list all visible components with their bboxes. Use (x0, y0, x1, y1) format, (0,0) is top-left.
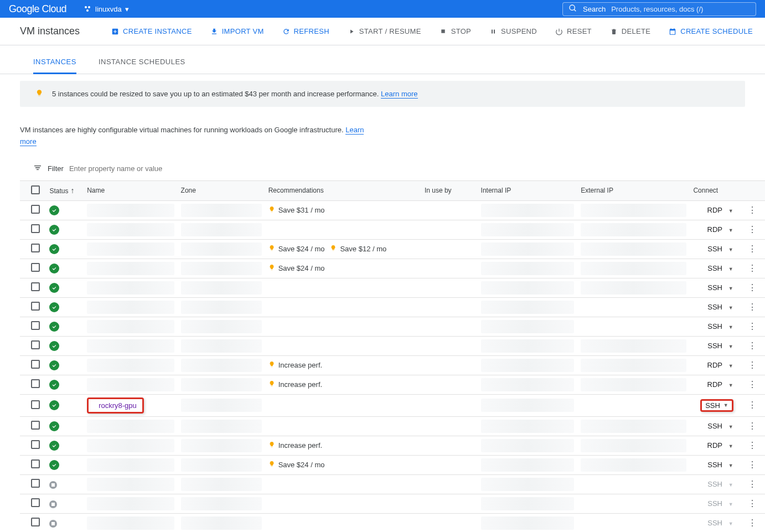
more-actions-button[interactable]: ⋮ (748, 479, 757, 489)
more-actions-button[interactable]: ⋮ (748, 460, 757, 469)
connect-button[interactable]: RDP (707, 206, 722, 214)
row-checkbox[interactable] (31, 421, 40, 430)
stop-button[interactable]: STOP (439, 27, 471, 36)
redacted-internal-ip (481, 478, 575, 491)
col-name[interactable]: Name (84, 180, 177, 200)
connect-button[interactable]: SSH (705, 401, 720, 410)
more-actions-button[interactable]: ⋮ (748, 244, 757, 254)
reset-button[interactable]: RESET (555, 27, 592, 36)
chevron-down-icon[interactable]: ▼ (723, 402, 728, 408)
more-actions-button[interactable]: ⋮ (748, 518, 757, 528)
connect-button[interactable]: SSH (707, 283, 722, 292)
col-status[interactable]: Status↑ (46, 180, 84, 200)
search-box[interactable]: Search Products, resources, docs (/) (562, 2, 756, 16)
row-checkbox[interactable] (31, 244, 40, 252)
row-checkbox[interactable] (31, 379, 40, 388)
more-actions-button[interactable]: ⋮ (748, 421, 757, 431)
row-checkbox[interactable] (31, 360, 40, 369)
chevron-down-icon[interactable]: ▼ (728, 363, 733, 369)
delete-button[interactable]: DELETE (609, 27, 650, 36)
connect-button[interactable]: SSH (707, 264, 722, 272)
row-checkbox[interactable] (31, 340, 40, 349)
connect-button[interactable]: SSH (707, 461, 722, 469)
more-actions-button[interactable]: ⋮ (748, 380, 757, 389)
connect-button[interactable]: RDP (707, 225, 722, 234)
start-button[interactable]: START / RESUME (347, 27, 421, 36)
row-checkbox[interactable] (31, 302, 40, 311)
chevron-down-icon[interactable]: ▼ (728, 305, 733, 311)
filter-input[interactable] (69, 164, 213, 173)
instance-name-link[interactable]: rockry8-gpu (96, 400, 139, 411)
chevron-down-icon[interactable]: ▼ (728, 286, 733, 291)
row-checkbox[interactable] (31, 498, 40, 507)
table-row: SSH ▼⋮ (20, 278, 765, 297)
recommendation-chip[interactable]: Save $12 / mo (330, 244, 386, 254)
refresh-button[interactable]: REFRESH (282, 27, 329, 36)
recommendation-chip[interactable]: Increase perf. (268, 360, 323, 370)
chevron-down-icon[interactable]: ▼ (728, 463, 733, 468)
import-vm-button[interactable]: IMPORT VM (210, 27, 264, 36)
chevron-down-icon[interactable]: ▼ (728, 344, 733, 349)
banner-learn-more-link[interactable]: Learn more (381, 90, 417, 99)
row-checkbox[interactable] (31, 400, 40, 409)
more-actions-button[interactable]: ⋮ (748, 499, 757, 508)
recommendation-chip[interactable]: Save $24 / mo (268, 460, 325, 469)
chevron-down-icon[interactable]: ▼ (728, 228, 733, 233)
suspend-button[interactable]: SUSPEND (489, 27, 537, 36)
col-in-use-by[interactable]: In use by (421, 180, 478, 200)
chevron-down-icon[interactable]: ▼ (728, 208, 733, 214)
chevron-down-icon[interactable]: ▼ (728, 383, 733, 388)
chevron-down-icon[interactable]: ▼ (728, 324, 733, 330)
connect-button[interactable]: SSH (707, 422, 722, 430)
status-running-icon (49, 244, 59, 254)
col-recommendations[interactable]: Recommendations (265, 180, 421, 200)
col-connect[interactable]: Connect (690, 180, 740, 200)
create-instance-button[interactable]: CREATE INSTANCE (111, 27, 192, 36)
chevron-down-icon[interactable]: ▼ (728, 247, 733, 252)
row-checkbox[interactable] (31, 518, 40, 526)
connect-button[interactable]: RDP (707, 380, 722, 389)
connect-button[interactable]: SSH (707, 342, 722, 350)
col-internal-ip[interactable]: Internal IP (478, 180, 578, 200)
more-actions-button[interactable]: ⋮ (748, 283, 757, 292)
recommendation-chip[interactable]: Increase perf. (268, 380, 323, 389)
table-row: SSH ▼⋮ (20, 513, 765, 532)
tab-instances[interactable]: INSTANCES (33, 58, 76, 74)
recommendation-chip[interactable]: Save $24 / mo (268, 244, 325, 254)
more-actions-button[interactable]: ⋮ (748, 302, 757, 312)
tab-schedules[interactable]: INSTANCE SCHEDULES (99, 58, 185, 74)
connect-button[interactable]: SSH (707, 245, 722, 253)
row-checkbox[interactable] (31, 459, 40, 468)
row-checkbox[interactable] (31, 205, 40, 214)
row-checkbox[interactable] (31, 440, 40, 449)
project-selector[interactable]: linuxvda ▾ (84, 5, 129, 13)
row-checkbox[interactable] (31, 263, 40, 272)
col-external-ip[interactable]: External IP (577, 180, 690, 200)
recommendation-chip[interactable]: Increase perf. (268, 441, 323, 450)
col-zone[interactable]: Zone (178, 180, 265, 200)
row-checkbox[interactable] (31, 224, 40, 233)
connect-button[interactable]: SSH (707, 322, 722, 330)
row-checkbox[interactable] (31, 321, 40, 330)
more-actions-button[interactable]: ⋮ (748, 341, 757, 350)
more-actions-button[interactable]: ⋮ (748, 360, 757, 370)
redacted-zone (181, 223, 262, 236)
chevron-down-icon[interactable]: ▼ (728, 266, 733, 272)
create-schedule-button[interactable]: CREATE SCHEDULE (668, 27, 753, 36)
more-actions-button[interactable]: ⋮ (748, 264, 757, 273)
connect-button[interactable]: RDP (707, 441, 722, 450)
more-actions-button[interactable]: ⋮ (748, 322, 757, 331)
more-actions-button[interactable]: ⋮ (748, 400, 757, 410)
chevron-down-icon[interactable]: ▼ (728, 424, 733, 430)
more-actions-button[interactable]: ⋮ (748, 205, 757, 215)
recommendation-chip[interactable]: Save $31 / mo (268, 205, 325, 215)
more-actions-button[interactable]: ⋮ (748, 441, 757, 450)
recommendation-chip[interactable]: Save $24 / mo (268, 264, 325, 273)
connect-button[interactable]: SSH (707, 303, 722, 311)
connect-button[interactable]: RDP (707, 361, 722, 369)
chevron-down-icon[interactable]: ▼ (728, 443, 733, 449)
row-checkbox[interactable] (31, 282, 40, 291)
select-all-checkbox[interactable] (31, 185, 40, 194)
more-actions-button[interactable]: ⋮ (748, 225, 757, 234)
row-checkbox[interactable] (31, 479, 40, 488)
